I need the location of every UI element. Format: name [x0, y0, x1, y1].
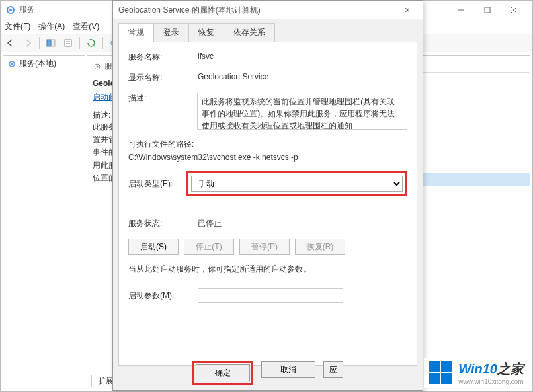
- dialog-body: 服务名称: lfsvc 显示名称: Geolocation Service 描述…: [118, 42, 417, 366]
- ok-button[interactable]: 确定: [196, 364, 250, 381]
- properties-dialog: Geolocation Service 的属性(本地计算机) × 常规 登录 恢…: [112, 0, 423, 391]
- menu-file[interactable]: 文件(F): [5, 21, 30, 32]
- svg-point-17: [97, 65, 99, 67]
- resume-button: 恢复(R): [295, 239, 345, 255]
- start-param-input[interactable]: [198, 288, 343, 303]
- dialog-close-button[interactable]: ×: [397, 5, 417, 15]
- ok-highlight: 确定: [192, 361, 253, 385]
- forward-button[interactable]: [20, 36, 35, 50]
- label-start-param: 启动参数(M):: [128, 290, 198, 301]
- separator: [128, 210, 407, 210]
- watermark-url: www.win10xitong.com: [458, 378, 524, 385]
- label-service-name: 服务名称:: [128, 52, 198, 63]
- dialog-footer: 确定 取消 应: [113, 361, 423, 385]
- svg-point-15: [11, 63, 13, 65]
- close-button[interactable]: [501, 2, 527, 18]
- back-button[interactable]: [3, 36, 18, 50]
- properties-icon[interactable]: [61, 36, 75, 50]
- value-service-name: lfsvc: [198, 52, 407, 63]
- dialog-title: Geolocation Service 的属性(本地计算机): [118, 5, 397, 16]
- label-display-name: 显示名称:: [128, 72, 198, 83]
- start-button[interactable]: 启动(S): [128, 239, 179, 255]
- dialog-titlebar: Geolocation Service 的属性(本地计算机) ×: [113, 1, 423, 19]
- show-hide-icon[interactable]: [44, 36, 58, 50]
- maximize-button[interactable]: [474, 2, 501, 18]
- watermark-title: Win10之家: [458, 360, 524, 378]
- services-icon: [6, 5, 15, 15]
- tab-recovery[interactable]: 恢复: [188, 23, 224, 42]
- tab-logon[interactable]: 登录: [153, 23, 189, 42]
- label-status: 服务状态:: [128, 218, 198, 229]
- windows-logo-icon: [429, 361, 453, 385]
- description-box[interactable]: 此服务将监视系统的当前位置并管理地理围栏(具有关联事件的地理位置)。如果你禁用此…: [197, 93, 407, 130]
- refresh-icon[interactable]: [84, 36, 99, 50]
- pause-button: 暂停(P): [239, 239, 290, 255]
- svg-point-1: [9, 9, 12, 11]
- hint-text: 当从此处启动服务时，你可指定所适用的启动参数。: [128, 264, 407, 275]
- cancel-button[interactable]: 取消: [261, 361, 315, 378]
- dialog-tabs: 常规 登录 恢复 依存关系: [113, 19, 423, 42]
- menu-action[interactable]: 操作(A): [38, 21, 65, 32]
- stop-button: 停止(T): [184, 239, 234, 255]
- console-tree: 服务(本地): [3, 55, 85, 389]
- svg-rect-7: [52, 40, 55, 46]
- svg-rect-8: [65, 40, 71, 46]
- svg-rect-6: [47, 40, 51, 46]
- tab-dependencies[interactable]: 依存关系: [224, 23, 275, 42]
- svg-rect-3: [485, 7, 490, 13]
- value-display-name: Geolocation Service: [198, 72, 407, 83]
- label-exec-path: 可执行文件的路径:: [128, 139, 407, 150]
- watermark: Win10之家 www.win10xitong.com: [424, 358, 529, 388]
- startup-highlight: 自动(延迟启动)自动手动禁用: [186, 171, 407, 196]
- tree-services-local[interactable]: 服务(本地): [3, 56, 85, 72]
- apply-button[interactable]: 应: [323, 361, 343, 378]
- startup-type-select[interactable]: 自动(延迟启动)自动手动禁用: [191, 176, 403, 192]
- minimize-button[interactable]: [448, 2, 474, 18]
- value-exec-path: C:\Windows\system32\svchost.exe -k netsv…: [128, 153, 407, 162]
- menu-view[interactable]: 查看(V): [73, 21, 99, 32]
- detail-header: 服: [104, 61, 112, 72]
- gear-icon: [93, 62, 102, 71]
- value-status: 已停止: [198, 218, 407, 229]
- tab-general[interactable]: 常规: [118, 23, 154, 42]
- label-description: 描述:: [128, 93, 197, 130]
- label-startup-type: 启动类型(E):: [128, 178, 186, 190]
